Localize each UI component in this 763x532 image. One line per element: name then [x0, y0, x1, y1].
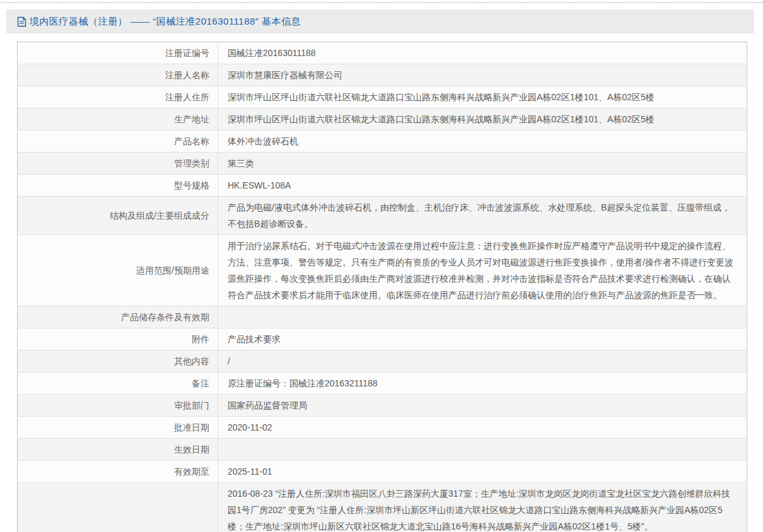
field-value: 第三类	[218, 153, 747, 175]
table-row: 批准日期2020-11-02	[18, 417, 747, 439]
field-label: 结构及组成/主要组成成分	[18, 197, 218, 235]
field-label: 管理类别	[18, 153, 218, 175]
field-label: 适用范围/预期用途	[18, 235, 218, 306]
field-value: 用于治疗泌尿系结石。对于电磁式冲击波源在使用过程中应注意：进行变换焦距操作时应严…	[218, 235, 747, 306]
registration-info-table: 注册证编号国械注准20163011188注册人名称深圳市慧康医疗器械有限公司注册…	[17, 42, 747, 532]
field-label: 有效期至	[18, 461, 218, 483]
table-row: 产品名称体外冲击波碎石机	[18, 130, 747, 153]
table-row: 2016-08-23 “注册人住所:深圳市福田区八卦三路深药大厦317室；生产地…	[18, 483, 747, 532]
field-value: 深圳市慧康医疗器械有限公司	[218, 64, 747, 86]
field-value: 2025-11-01	[218, 461, 747, 483]
field-value: 产品为电磁/液电式体外冲击波碎石机，由控制盒、主机治疗床、冲击波波源系统、水处理…	[218, 197, 747, 235]
field-value: 国家药品监督管理局	[218, 395, 747, 417]
field-label	[18, 483, 218, 532]
field-value: 2016-08-23 “注册人住所:深圳市福田区八卦三路深药大厦317室；生产地…	[218, 483, 747, 532]
field-value: /	[218, 350, 747, 373]
field-value	[218, 439, 747, 461]
page-header: 境内医疗器械（注册） —— “国械注准20163011188” 基本信息	[6, 9, 754, 33]
field-value: 深圳市坪山区坪山街道六联社区锦龙大道路口宝山路东侧海科兴战略新兴产业园A栋02区…	[218, 86, 747, 108]
field-label: 产品储存条件及有效期	[18, 306, 218, 328]
table-row: 生效日期	[18, 439, 747, 461]
table-row: 型号规格HK.ESWL-108A	[18, 175, 747, 197]
document-icon	[17, 16, 26, 27]
field-label: 注册人住所	[18, 86, 218, 108]
field-value: 原注册证编号：国械注准20163211188	[218, 373, 747, 395]
field-value: HK.ESWL-108A	[218, 175, 747, 197]
field-label: 产品名称	[18, 130, 218, 153]
field-label: 其他内容	[18, 350, 218, 373]
table-row: 产品储存条件及有效期	[18, 306, 747, 328]
page-title: 境内医疗器械（注册） —— “国械注准20163011188” 基本信息	[17, 16, 301, 28]
table-row: 结构及组成/主要组成成分产品为电磁/液电式体外冲击波碎石机，由控制盒、主机治疗床…	[18, 197, 747, 235]
page-title-text: 境内医疗器械（注册） —— “国械注准20163011188” 基本信息	[30, 16, 301, 28]
info-table-body: 注册证编号国械注准20163011188注册人名称深圳市慧康医疗器械有限公司注册…	[18, 42, 747, 532]
table-row: 有效期至2025-11-01	[18, 461, 747, 483]
field-value	[218, 306, 747, 328]
registration-info-table-wrap: 注册证编号国械注准20163011188注册人名称深圳市慧康医疗器械有限公司注册…	[17, 42, 747, 532]
table-row: 备注原注册证编号：国械注准20163211188	[18, 373, 747, 395]
field-value: 深圳市坪山区坪山街道六联社区锦龙大道路口宝山路东侧海科兴战略新兴产业园A栋02区…	[218, 108, 747, 130]
field-label: 备注	[18, 373, 218, 395]
field-label: 型号规格	[18, 175, 218, 197]
table-row: 管理类别第三类	[18, 153, 747, 175]
field-value: 国械注准20163011188	[218, 42, 747, 64]
table-row: 适用范围/预期用途用于治疗泌尿系结石。对于电磁式冲击波源在使用过程中应注意：进行…	[18, 235, 747, 306]
table-row: 注册人住所深圳市坪山区坪山街道六联社区锦龙大道路口宝山路东侧海科兴战略新兴产业园…	[18, 86, 747, 108]
field-label: 生效日期	[18, 439, 218, 461]
table-row: 注册人名称深圳市慧康医疗器械有限公司	[18, 64, 747, 86]
field-label: 生产地址	[18, 108, 218, 130]
table-row: 注册证编号国械注准20163011188	[18, 42, 747, 64]
field-value: 2020-11-02	[218, 417, 747, 439]
field-value: 产品技术要求	[218, 328, 747, 350]
field-label: 注册人名称	[18, 64, 218, 86]
table-row: 附件产品技术要求	[18, 328, 747, 350]
field-label: 附件	[18, 328, 218, 350]
table-row: 生产地址深圳市坪山区坪山街道六联社区锦龙大道路口宝山路东侧海科兴战略新兴产业园A…	[18, 108, 747, 130]
table-row: 审批部门国家药品监督管理局	[18, 395, 747, 417]
field-label: 注册证编号	[18, 42, 218, 64]
field-label: 批准日期	[18, 417, 218, 439]
page-top-dotted-divider	[0, 2, 763, 3]
table-row: 其他内容/	[18, 350, 747, 373]
field-label: 审批部门	[18, 395, 218, 417]
field-value: 体外冲击波碎石机	[218, 130, 747, 153]
